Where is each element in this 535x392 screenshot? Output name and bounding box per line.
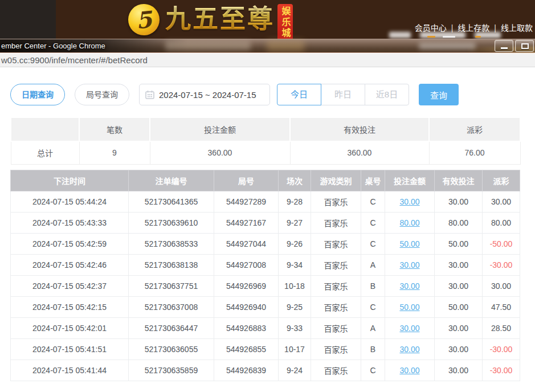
site-title: 九五至尊 [165,3,275,36]
bet-amount-link[interactable]: 50.00 [399,303,419,312]
cell-game-type: 百家乐 [311,234,361,255]
bet-amount-link[interactable]: 30.00 [399,281,419,291]
summary-header-count: 笔数 [79,117,150,141]
cell-payout: -30.00 [483,360,520,381]
summary-header-row: 笔数 投注金额 有效投注 派彩 [11,117,520,141]
total-label: 总计 [11,141,79,164]
cell-payout: 80.00 [483,213,520,234]
cell-payout: -30.00 [483,339,520,360]
blurred-fleck [443,36,455,38]
cell-bet-id: 521730635859 [129,360,214,381]
table-row: 2024-07-15 05:41:44521730635859544926839… [11,360,520,381]
table-row: 2024-07-15 05:44:24521730641365544927289… [11,191,520,213]
cell-game-type: 百家乐 [311,276,361,297]
calendar-icon [145,90,154,99]
site-header: 5 九五至尊 娱乐城 会员中心|线上存款|线上取款 [0,0,535,39]
col-valid-bet: 有效投注 [435,170,483,191]
cell-valid-bet: 50.00 [435,234,483,255]
cell-round-id: 544926969 [214,276,279,297]
cell-table-code: C [361,191,385,213]
nav-link[interactable]: 线上取款 [501,23,533,32]
cell-bet-id: 521730636055 [129,339,214,360]
cell-bet-amount: 30.00 [385,360,435,381]
cell-game-type: 百家乐 [311,339,361,360]
nav-link[interactable]: 线上存款 [458,23,489,32]
maximize-icon [521,43,529,49]
table-row: 2024-07-15 05:42:46521730638138544927008… [11,255,520,276]
cell-bet-id: 521730639610 [129,213,214,234]
cell-bet-amount: 30.00 [385,191,435,213]
table-row: 2024-07-15 05:43:33521730639610544927167… [11,213,520,234]
table-row: 2024-07-15 05:42:37521730637751544926969… [11,276,520,297]
cell-session: 9-33 [279,318,311,339]
cell-valid-bet: 50.00 [435,297,483,318]
cell-time: 2024-07-15 05:43:33 [11,213,129,234]
col-time: 下注时间 [11,170,129,191]
cell-round-id: 544926940 [214,297,279,318]
blurred-fleck [427,36,435,38]
cell-time: 2024-07-15 05:42:59 [11,234,129,255]
table-row: 2024-07-15 05:42:59521730638533544927044… [11,234,520,255]
cell-session: 9-24 [279,360,311,381]
site-logo: 5 九五至尊 [128,3,275,36]
maximize-button[interactable] [515,40,534,52]
total-count: 9 [79,141,150,164]
cell-session: 9-26 [279,234,311,255]
date-query-tab[interactable]: 日期查询 [10,84,65,105]
date-range-input[interactable]: 2024-07-15 ~ 2024-07-15 [139,84,270,105]
cell-bet-amount: 30.00 [385,276,435,297]
quick-range-button[interactable]: 今日 [277,84,321,105]
cell-session: 9-28 [279,191,311,213]
cell-table-code: C [361,234,385,255]
cell-bet-id: 521730641365 [129,191,214,213]
cell-bet-amount: 50.00 [385,297,435,318]
date-range-value: 2024-07-15 ~ 2024-07-15 [159,90,256,100]
col-bet-amount: 投注金额 [385,170,435,191]
search-button[interactable]: 查询 [419,84,459,105]
cell-time: 2024-07-15 05:42:01 [11,318,129,339]
cell-payout: 28.50 [483,318,520,339]
quick-range-button[interactable]: 近8日 [365,84,409,105]
summary-header-empty [11,117,79,141]
table-row: 2024-07-15 05:41:51521730636055544926855… [11,339,520,360]
browser-title-bar[interactable]: ember Center - Google Chrome [0,39,535,53]
minimize-button[interactable] [495,40,513,52]
cell-bet-id: 521730638138 [129,255,214,276]
table-row: 2024-07-15 05:42:15521730637008544926940… [11,297,520,318]
bet-amount-link[interactable]: 30.00 [399,366,419,375]
cell-game-type: 百家乐 [311,318,361,339]
cell-valid-bet: 30.00 [435,360,483,381]
bet-table-header-row: 下注时间 注单编号 局号 场次 游戏类别 桌号 投注金额 有效投注 派彩 [11,170,520,191]
cell-time: 2024-07-15 05:41:51 [11,339,129,360]
cell-game-type: 百家乐 [311,213,361,234]
cell-round-id: 544926855 [214,339,279,360]
browser-url-bar[interactable]: w05.cc:9900/infe/mcenter/#/betRecord [0,54,535,67]
bet-amount-link[interactable]: 30.00 [399,345,419,354]
bet-amount-link[interactable]: 50.00 [399,239,419,248]
bet-amount-link[interactable]: 30.00 [399,197,419,206]
filter-toolbar: 日期查询 局号查询 2024-07-15 ~ 2024-07-15 今日昨日近8… [10,84,459,105]
cell-bet-amount: 30.00 [385,255,435,276]
round-query-tab[interactable]: 局号查询 [75,84,129,105]
bet-amount-link[interactable]: 80.00 [399,218,419,227]
total-bet-amount: 360.00 [150,141,290,164]
cell-game-type: 百家乐 [311,191,361,213]
cell-session: 9-25 [279,297,311,318]
cell-round-id: 544927008 [214,255,279,276]
blurred-text [389,32,411,38]
cell-game-type: 百家乐 [311,255,361,276]
cell-bet-amount: 80.00 [385,213,435,234]
cell-round-id: 544926839 [214,360,279,381]
window-controls [495,40,534,52]
bet-table-body: 2024-07-15 05:44:24521730641365544927289… [11,191,520,381]
cell-table-code: A [361,255,385,276]
glass-blur-artifact [165,41,251,51]
cell-payout: -30.00 [483,255,520,276]
nav-link[interactable]: 会员中心 [415,23,447,32]
bet-amount-link[interactable]: 30.00 [399,324,419,333]
logo-circle-icon: 5 [128,4,160,35]
cell-table-code: C [361,213,385,234]
quick-range-button[interactable]: 昨日 [321,84,365,105]
bet-amount-link[interactable]: 30.00 [399,260,419,270]
nav-separator: | [451,23,454,32]
